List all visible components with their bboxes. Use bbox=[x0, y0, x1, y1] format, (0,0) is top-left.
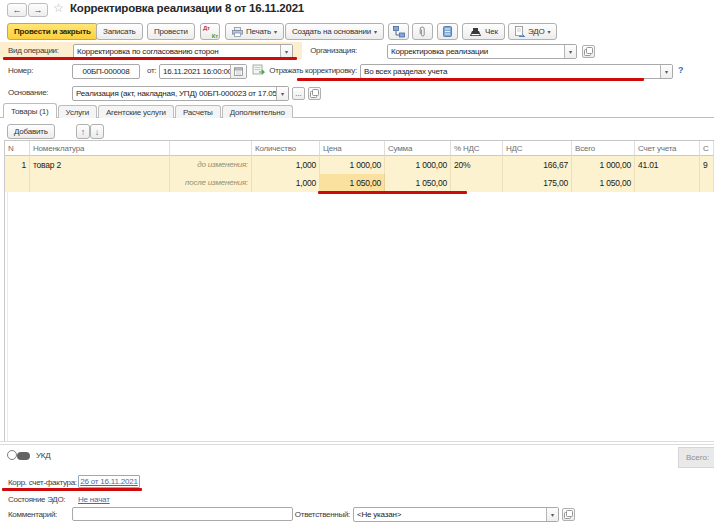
col-header-sum: Сумма bbox=[385, 141, 451, 156]
cell-quantity-before[interactable]: 1,000 bbox=[252, 156, 320, 174]
open-link-icon bbox=[564, 510, 573, 519]
chevron-down-icon: ▾ bbox=[548, 28, 551, 35]
cell-cut-after[interactable] bbox=[700, 174, 714, 192]
show-postings-button[interactable]: Дт Кт bbox=[200, 23, 220, 40]
reflect-correction-label: Отражать корректировку: bbox=[203, 66, 357, 75]
cell-vat-before[interactable]: 166,67 bbox=[503, 156, 572, 174]
cell-total-after[interactable]: 1 050,00 bbox=[572, 174, 635, 192]
chevron-down-icon[interactable]: ▾ bbox=[546, 508, 558, 521]
col-header-cut: С bbox=[700, 141, 714, 156]
check-button[interactable]: Чек bbox=[462, 23, 505, 40]
cell-sum-before[interactable]: 1 000,00 bbox=[385, 156, 451, 174]
tab-goods[interactable]: Товары (1) bbox=[3, 103, 57, 118]
col-header-price: Цена bbox=[320, 141, 385, 156]
total-label-box: Всего: bbox=[678, 447, 714, 468]
cell-account-before[interactable]: 41.01 bbox=[635, 156, 700, 174]
tab-settlements[interactable]: Расчеты bbox=[175, 105, 221, 118]
cell-price-after[interactable]: 1 050,00 bbox=[320, 174, 385, 192]
tab-agent-services[interactable]: Агентские услуги bbox=[98, 105, 174, 118]
chevron-down-icon[interactable]: ▾ bbox=[660, 65, 672, 78]
number-input[interactable]: 00БП-000008 bbox=[72, 64, 140, 79]
responsible-open-button[interactable] bbox=[562, 508, 575, 521]
attachments-button[interactable] bbox=[412, 23, 433, 40]
basis-select[interactable]: Реализация (акт, накладная, УПД) 00БП-00… bbox=[72, 86, 289, 101]
table-row-after-change: после изменения: 1,000 1 050,00 1 050,00… bbox=[5, 174, 714, 192]
chevron-down-icon[interactable]: ▾ bbox=[564, 45, 576, 58]
arrow-down-icon: ↓ bbox=[95, 127, 99, 137]
print-button[interactable]: Печать ▾ bbox=[225, 23, 284, 40]
edo-state-label: Состояние ЭДО: bbox=[8, 495, 65, 504]
operation-kind-label: Вид операции: bbox=[8, 46, 59, 55]
save-button[interactable]: Записать bbox=[96, 23, 143, 40]
forward-arrow-icon: → bbox=[34, 5, 43, 15]
number-label: Номер: bbox=[8, 66, 33, 75]
document-journal-button[interactable] bbox=[437, 23, 458, 40]
edo-state-link[interactable]: Не начат bbox=[78, 495, 110, 504]
move-up-button[interactable]: ↑ bbox=[76, 124, 90, 139]
cell-vat-rate-before[interactable]: 20% bbox=[451, 156, 503, 174]
cell-vat-after[interactable]: 175,00 bbox=[503, 174, 572, 192]
printer-icon bbox=[232, 27, 243, 37]
organization-open-button[interactable] bbox=[582, 45, 595, 58]
edo-icon bbox=[515, 26, 525, 37]
cell-account-after[interactable] bbox=[635, 174, 700, 192]
related-documents-icon bbox=[393, 26, 405, 38]
separator-line bbox=[0, 441, 714, 442]
cell-vat-rate-after[interactable] bbox=[451, 174, 503, 192]
edo-button[interactable]: ЭДО ▾ bbox=[508, 23, 557, 40]
document-journal-icon bbox=[443, 26, 452, 37]
reflect-correction-select[interactable]: Во всех разделах учета ▾ bbox=[360, 64, 673, 79]
help-icon[interactable]: ? bbox=[678, 65, 684, 75]
move-down-button[interactable]: ↓ bbox=[90, 124, 104, 139]
responsible-select[interactable]: <Не указан> ▾ bbox=[353, 507, 559, 522]
cell-quantity-after[interactable]: 1,000 bbox=[252, 174, 320, 192]
tab-strip: Товары (1) Услуги Агентские услуги Расче… bbox=[3, 103, 294, 118]
post-button[interactable]: Провести bbox=[147, 23, 195, 40]
page-title: Корректировка реализации 8 от 16.11.2021 bbox=[70, 2, 304, 14]
cell-n[interactable]: 1 bbox=[5, 156, 30, 174]
cell-sum-after[interactable]: 1 050,00 bbox=[385, 174, 451, 192]
goods-table: N Номенклатура Количество Цена Сумма % Н… bbox=[4, 140, 714, 441]
chevron-down-icon: ▾ bbox=[274, 28, 277, 35]
cell-cut-before[interactable]: 9 bbox=[700, 156, 714, 174]
forward-button[interactable]: → bbox=[28, 3, 48, 17]
basis-open-button[interactable] bbox=[308, 87, 321, 100]
annotation-underline-corr-invoice bbox=[2, 488, 142, 491]
table-row-before-change: 1 товар 2 до изменения: 1,000 1 000,00 1… bbox=[5, 156, 714, 174]
dtkt-postings-icon: Дт Кт bbox=[203, 26, 217, 38]
col-header-n: N bbox=[5, 141, 30, 156]
ukd-toggle[interactable] bbox=[7, 450, 31, 461]
annotation-underline-operation-kind bbox=[3, 57, 297, 60]
ellipsis-icon: ... bbox=[295, 91, 302, 96]
corr-invoice-linkbox[interactable]: 26 от 16.11.2021 bbox=[78, 475, 140, 488]
corr-invoice-label: Корр. счет-фактура: bbox=[8, 478, 77, 487]
corr-invoice-link[interactable]: 26 от 16.11.2021 bbox=[80, 477, 138, 486]
back-arrow-icon: ← bbox=[13, 5, 22, 15]
col-header-quantity: Количество bbox=[252, 141, 320, 156]
tab-services[interactable]: Услуги bbox=[58, 105, 97, 118]
post-and-close-button[interactable]: Провести и закрыть bbox=[7, 23, 98, 40]
add-row-button[interactable]: Добавить bbox=[7, 124, 55, 139]
chevron-down-icon: ▾ bbox=[374, 28, 377, 35]
cell-nomenclature[interactable]: товар 2 bbox=[30, 156, 170, 174]
col-header-nomenclature: Номенклатура bbox=[30, 141, 170, 156]
cell-total-before[interactable]: 1 000,00 bbox=[572, 156, 635, 174]
chevron-down-icon[interactable]: ▾ bbox=[276, 87, 288, 100]
ukd-label: УКД bbox=[36, 451, 50, 460]
cell-price-before[interactable]: 1 000,00 bbox=[320, 156, 385, 174]
open-link-icon bbox=[310, 89, 319, 98]
cell-change-label: до изменения: bbox=[170, 156, 252, 174]
annotation-underline-price-sum bbox=[318, 191, 467, 194]
back-button[interactable]: ← bbox=[7, 3, 27, 17]
organization-select[interactable]: Корректировка реализации ▾ bbox=[387, 44, 577, 59]
basis-choose-button[interactable]: ... bbox=[292, 87, 305, 100]
favorite-star-icon[interactable]: ☆ bbox=[53, 1, 64, 15]
cash-register-icon bbox=[469, 27, 482, 37]
create-based-on-button[interactable]: Создать на основании ▾ bbox=[285, 23, 384, 40]
annotation-underline-reflect-correction bbox=[297, 78, 644, 81]
tab-additional[interactable]: Дополнительно bbox=[222, 105, 293, 118]
arrow-up-icon: ↑ bbox=[81, 127, 85, 137]
responsible-label: Ответственный: bbox=[242, 510, 350, 519]
basis-label: Основание: bbox=[8, 88, 48, 97]
related-documents-button[interactable] bbox=[388, 23, 409, 40]
